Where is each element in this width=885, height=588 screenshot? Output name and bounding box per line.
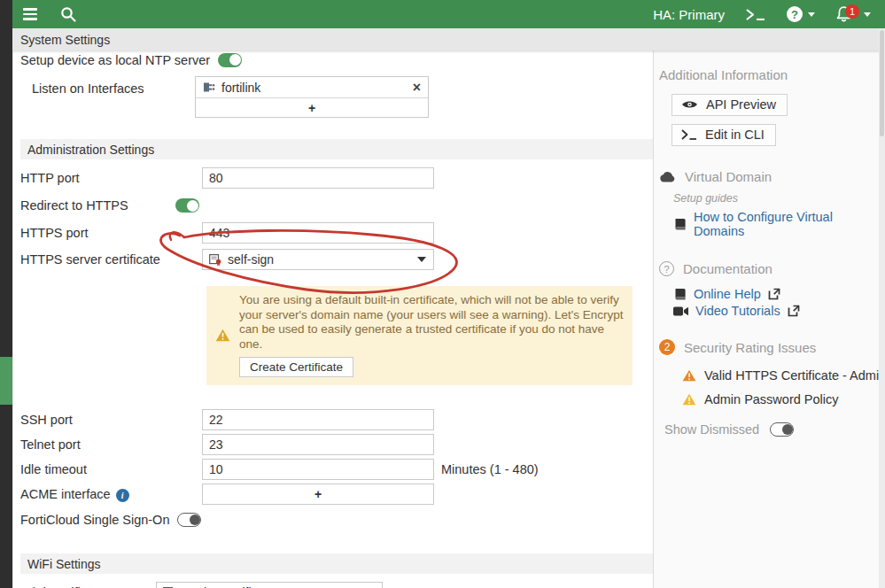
security-issue-admin-password[interactable]: Admin Password Policy <box>682 392 879 406</box>
help-menu[interactable]: ? <box>787 6 815 22</box>
chevron-down-icon <box>808 12 815 17</box>
configure-virtual-domains-link[interactable]: How to Configure Virtual Domains <box>673 210 879 238</box>
page-title: System Settings <box>20 33 110 47</box>
http-port-input[interactable] <box>202 167 434 189</box>
forticloud-sso-row: FortiCloud Single Sign-On <box>20 513 653 527</box>
cli-console-icon <box>681 129 697 140</box>
telnet-port-input[interactable] <box>202 434 434 455</box>
external-link-icon <box>788 305 800 317</box>
ntp-server-row: Setup device as local NTP server <box>20 52 653 67</box>
certificate-icon <box>209 253 221 267</box>
https-cert-label: HTTPS server certificate <box>20 252 202 267</box>
interface-name: fortilink <box>221 81 260 95</box>
create-certificate-button[interactable]: Create Certificate <box>239 357 353 377</box>
ssh-port-input[interactable] <box>202 409 434 430</box>
idle-timeout-input[interactable] <box>202 459 434 480</box>
external-link-icon <box>768 288 780 300</box>
listen-interfaces-select[interactable]: fortilink × + <box>195 76 429 118</box>
notification-count-badge: 1 <box>845 4 859 19</box>
acme-add-interface-button[interactable]: + <box>202 484 434 505</box>
redirect-https-row: Redirect to HTTPS <box>20 195 653 216</box>
add-interface-button[interactable]: + <box>196 97 428 117</box>
search-icon[interactable] <box>60 6 76 22</box>
sidebar-title: Additional Information <box>659 67 879 82</box>
interface-entry: fortilink × <box>196 77 428 97</box>
interface-icon <box>203 81 215 93</box>
idle-timeout-row: Idle timeout Minutes (1 - 480) <box>20 459 653 480</box>
forticloud-sso-label: FortiCloud Single Sign-On <box>20 513 169 527</box>
wifi-cert-dropdown[interactable]: Fortinet_Wifi <box>156 582 383 588</box>
cloud-icon <box>659 171 676 182</box>
section-wifi-settings: WiFi Settings <box>20 553 653 574</box>
https-port-input[interactable] <box>202 222 434 244</box>
idle-timeout-label: Idle timeout <box>20 462 202 476</box>
info-icon[interactable]: i <box>116 489 129 502</box>
collapsed-nav-rail[interactable] <box>0 0 12 588</box>
ssh-port-label: SSH port <box>20 413 202 427</box>
breadcrumb-bar: System Settings <box>12 28 885 50</box>
section-administration-settings: Administration Settings <box>20 139 653 159</box>
setup-guides-label: Setup guides <box>673 192 879 205</box>
listen-interfaces-row: Listen on Interfaces fortilink × + <box>20 76 653 118</box>
video-tutorials-link[interactable]: Video Tutorials <box>673 304 879 318</box>
https-port-row: HTTPS port <box>20 222 653 244</box>
forticloud-sso-toggle[interactable] <box>177 513 201 527</box>
eye-icon <box>681 99 698 110</box>
virtual-domain-section: Virtual Domain <box>659 169 879 184</box>
help-icon: ? <box>787 6 803 22</box>
show-dismissed-label: Show Dismissed <box>664 422 759 437</box>
warning-icon <box>215 329 230 342</box>
chevron-down-icon <box>864 12 871 17</box>
certificate-warning-box: You are using a default built-in certifi… <box>206 286 633 385</box>
top-navbar: HA: Primary ? 1 <box>12 0 885 28</box>
question-icon: ? <box>659 261 674 276</box>
ha-status: HA: Primary <box>653 7 725 22</box>
scrollbar[interactable] <box>879 28 885 588</box>
chevron-down-icon <box>417 257 426 262</box>
warning-icon <box>682 393 696 406</box>
nav-rail-active-indicator[interactable] <box>0 357 12 405</box>
ntp-server-toggle[interactable] <box>218 53 242 67</box>
https-cert-row: HTTPS server certificate self-sign <box>20 249 653 270</box>
certificate-warning-text: You are using a default built-in certifi… <box>239 293 624 352</box>
security-issue-count-badge: 2 <box>659 339 675 355</box>
https-cert-value: self-sign <box>228 252 411 267</box>
settings-form: Setup device as local NTP server Listen … <box>12 50 653 588</box>
warning-icon <box>682 369 696 382</box>
book-icon <box>673 218 687 230</box>
show-dismissed-toggle[interactable] <box>770 422 794 437</box>
online-help-link[interactable]: Online Help <box>673 287 879 301</box>
ssh-port-row: SSH port <box>20 409 653 430</box>
notifications-menu[interactable]: 1 <box>836 6 871 23</box>
book-icon <box>673 288 687 300</box>
wifi-cert-row: WiFi certificate Fortinet_Wifi <box>20 582 653 588</box>
show-dismissed-row: Show Dismissed <box>664 422 879 437</box>
api-preview-button[interactable]: API Preview <box>672 94 788 116</box>
cli-console-icon[interactable] <box>746 9 765 20</box>
ntp-server-label: Setup device as local NTP server <box>20 53 210 67</box>
redirect-https-label: Redirect to HTTPS <box>20 198 175 213</box>
telnet-port-row: Telnet port <box>20 434 653 455</box>
remove-interface-button[interactable]: × <box>413 81 421 95</box>
telnet-port-label: Telnet port <box>20 437 202 452</box>
http-port-label: HTTP port <box>20 171 202 185</box>
listen-interfaces-label: Listen on Interfaces <box>20 81 195 96</box>
idle-timeout-range-hint: Minutes (1 - 480) <box>441 462 539 476</box>
https-port-label: HTTPS port <box>20 226 202 240</box>
documentation-section: ? Documentation <box>659 261 879 276</box>
http-port-row: HTTP port <box>20 167 653 189</box>
video-camera-icon <box>673 306 688 316</box>
additional-information-panel: Additional Information API Preview Edit … <box>653 50 879 588</box>
security-issue-https-certificate[interactable]: Valid HTTPS Certificate - Adminis... <box>682 368 879 383</box>
security-rating-section: 2 Security Rating Issues <box>659 339 879 355</box>
acme-interface-label: ACME interfacei <box>20 487 202 502</box>
https-cert-dropdown[interactable]: self-sign <box>202 249 434 270</box>
hamburger-menu-icon[interactable] <box>19 4 41 24</box>
edit-in-cli-button[interactable]: Edit in CLI <box>672 124 776 146</box>
acme-interface-row: ACME interfacei + <box>20 484 653 505</box>
redirect-https-toggle[interactable] <box>175 198 199 213</box>
